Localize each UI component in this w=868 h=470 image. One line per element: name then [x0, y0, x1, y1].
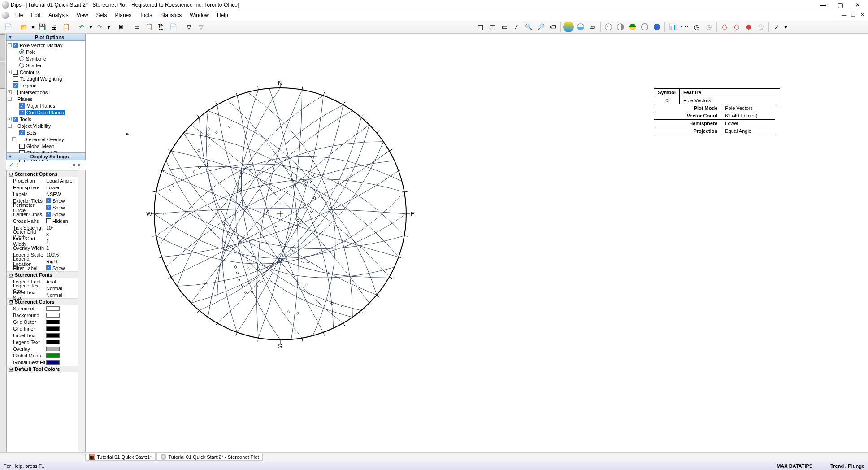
shape4-icon[interactable]: ⬠ — [755, 22, 766, 32]
menu-view[interactable]: View — [73, 11, 92, 19]
property-row[interactable]: Label Text — [7, 332, 78, 339]
close-button[interactable]: ✕ — [849, 0, 866, 10]
tree-grid-data-planes[interactable]: Grid Data Planes — [26, 110, 65, 115]
tree-global-mean[interactable]: Global Mean — [26, 144, 55, 149]
property-value[interactable] — [46, 313, 76, 318]
save-icon[interactable]: 💾 — [36, 22, 47, 32]
checkbox[interactable] — [13, 43, 18, 48]
clock-icon[interactable]: ◷ — [691, 22, 702, 32]
property-row[interactable]: ProjectionEqual Angle — [7, 177, 78, 184]
sphere-gray-icon[interactable] — [603, 22, 614, 32]
color-swatch[interactable] — [46, 353, 60, 358]
chart-icon[interactable]: 📊 — [667, 22, 678, 32]
doc-tab-plot[interactable]: Tutorial 01 Quick Start:2* - Stereonet P… — [156, 453, 263, 461]
property-row[interactable]: HemisphereLower — [7, 184, 78, 191]
property-value[interactable]: Lower — [46, 185, 76, 190]
property-value[interactable]: 100% — [46, 252, 76, 257]
checkbox[interactable] — [46, 265, 51, 270]
property-row[interactable]: Grid Inner — [7, 325, 78, 332]
property-row[interactable]: Overlay — [7, 345, 78, 352]
grid-view-icon[interactable]: ▦ — [475, 22, 486, 32]
open-file-icon[interactable]: 📂 — [18, 22, 29, 32]
plot-icon[interactable]: ▱ — [587, 22, 598, 32]
menu-planes[interactable]: Planes — [112, 11, 135, 19]
property-value[interactable] — [46, 347, 76, 351]
info-icon[interactable]: ! — [17, 161, 18, 168]
hemisphere-icon[interactable] — [575, 22, 586, 32]
checkbox[interactable] — [46, 205, 51, 210]
property-row[interactable]: Legend Text — [7, 339, 78, 345]
tree-legend[interactable]: Legend — [19, 83, 38, 88]
property-row[interactable]: Inner Grid Width1 — [7, 238, 78, 244]
checkbox[interactable] — [13, 83, 18, 88]
tree-contours[interactable]: Contours — [19, 70, 41, 75]
monitor-icon[interactable]: 🖥 — [116, 22, 126, 32]
tree-symbolic[interactable]: Symbolic — [25, 56, 47, 61]
fit-icon[interactable]: ⤢ — [511, 22, 522, 32]
property-row[interactable]: Global Mean — [7, 352, 78, 359]
mdi-restore[interactable]: ❐ — [849, 12, 857, 18]
dropdown-icon[interactable]: ▾ — [106, 22, 111, 32]
radio[interactable] — [19, 49, 24, 54]
tree-scatter[interactable]: Scatter — [25, 63, 43, 68]
color-swatch[interactable] — [46, 347, 60, 351]
checkbox[interactable] — [13, 117, 18, 122]
check-icon[interactable]: ✓ — [9, 161, 14, 168]
checkbox[interactable] — [19, 144, 25, 149]
property-row[interactable]: LabelsNSEW — [7, 191, 78, 197]
property-row[interactable]: Stereonet — [7, 305, 78, 312]
plot-options-header[interactable]: ▼Plot Options — [6, 34, 86, 41]
section-stereonet-fonts[interactable]: Stereonet Fonts — [7, 271, 78, 278]
window-icon[interactable]: ▭ — [499, 22, 510, 32]
menu-help[interactable]: Help — [213, 11, 232, 19]
radio[interactable] — [19, 63, 24, 68]
display-settings-grid[interactable]: Stereonet Options ProjectionEqual AngleH… — [6, 170, 86, 452]
paste-icon[interactable]: 📄 — [168, 22, 178, 32]
property-row[interactable]: Background — [7, 312, 78, 318]
property-value[interactable]: 1 — [46, 239, 76, 244]
shape2-icon[interactable]: ⬡ — [731, 22, 742, 32]
tree-sets[interactable]: Sets — [26, 130, 37, 135]
property-value[interactable] — [46, 333, 76, 338]
sphere-blue-icon[interactable] — [651, 22, 662, 32]
section-default-tool-colors[interactable]: Default Tool Colors — [7, 366, 78, 372]
dropdown-icon[interactable]: ▾ — [88, 22, 93, 32]
list-view-icon[interactable]: ▤ — [487, 22, 498, 32]
property-value[interactable]: Normal — [46, 292, 76, 298]
tree-pole[interactable]: Pole — [25, 49, 37, 55]
checkbox[interactable] — [19, 110, 25, 115]
section-stereonet-colors[interactable]: Stereonet Colors — [7, 298, 78, 305]
property-row[interactable]: Legend LocationRight — [7, 258, 78, 265]
property-value[interactable] — [46, 353, 76, 358]
property-value[interactable]: Show — [46, 198, 76, 204]
globe-icon[interactable] — [563, 22, 574, 32]
redo-icon[interactable]: ↷ — [94, 22, 105, 32]
checkbox[interactable] — [46, 212, 51, 217]
sphere-half-icon[interactable] — [615, 22, 626, 32]
property-value[interactable]: Hidden — [46, 218, 76, 224]
color-swatch[interactable] — [46, 360, 60, 365]
property-row[interactable]: Label Text SizeNormal — [7, 292, 78, 298]
menu-tools[interactable]: Tools — [136, 11, 156, 19]
minimize-button[interactable]: — — [814, 0, 831, 10]
property-row[interactable]: Grid Outer — [7, 318, 78, 325]
menu-statistics[interactable]: Statistics — [156, 11, 185, 19]
export-icon[interactable]: ⇤ — [78, 161, 83, 168]
property-value[interactable]: 10° — [46, 225, 76, 231]
property-value[interactable]: Right — [46, 259, 76, 264]
filter-off-icon[interactable]: ▽ — [195, 22, 206, 32]
property-row[interactable]: Global Best Fit — [7, 359, 78, 366]
select-icon[interactable]: ▭ — [131, 22, 142, 32]
property-value[interactable]: NSEW — [46, 191, 76, 197]
mdi-close[interactable]: ✕ — [858, 12, 866, 18]
tree-tools[interactable]: Tools — [19, 117, 32, 122]
dropdown-icon[interactable]: ▾ — [783, 22, 788, 32]
tree-major-planes[interactable]: Major Planes — [26, 103, 56, 109]
property-value[interactable] — [46, 320, 76, 324]
property-value[interactable]: 3 — [46, 232, 76, 237]
sphere-outline-icon[interactable] — [639, 22, 650, 32]
zoom-out-icon[interactable]: 🔎 — [535, 22, 546, 32]
property-value[interactable]: 1 — [46, 245, 76, 251]
radio[interactable] — [19, 56, 24, 61]
property-value[interactable]: Equal Angle — [46, 178, 76, 183]
